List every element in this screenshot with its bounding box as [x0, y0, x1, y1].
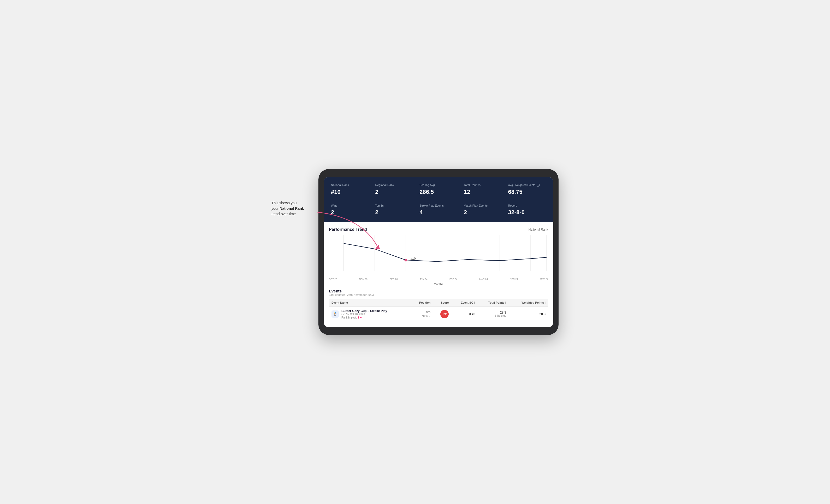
- chart-title: Performance Trend: [329, 227, 367, 232]
- info-icon: i: [537, 183, 540, 187]
- table-row: 🏌️ Buster Cozy Cup – Stroke Play Oct 9 -…: [329, 306, 548, 322]
- chart-svg: #10: [329, 235, 548, 277]
- annotation: This shows you your National Rank trend …: [272, 200, 324, 217]
- event-rank-impact: Rank Impact: 3 ▼: [341, 316, 387, 319]
- score-badge: -22: [440, 310, 449, 318]
- svg-text:#10: #10: [410, 257, 416, 260]
- stat-stroke-play-events: Stroke Play Events 4: [416, 202, 461, 218]
- events-table-header: Event Name Position Score Event SG i: [329, 299, 548, 306]
- stat-match-play-events: Match Play Events 2: [461, 202, 505, 218]
- stat-national-rank: National Rank #10: [328, 181, 372, 197]
- col-score: Score: [433, 299, 451, 306]
- stat-record: Record 32-8-0: [505, 202, 549, 218]
- tablet-screen: National Rank #10 Regional Rank 2 Scorin…: [324, 177, 553, 327]
- events-last-updated: Last updated: 24th November 2023: [329, 293, 548, 296]
- stat-scoring-avg: Scoring Avg. 286.5: [416, 181, 461, 197]
- events-section: Events Last updated: 24th November 2023 …: [324, 289, 553, 327]
- event-position-cell: 6th out of 7: [411, 306, 433, 322]
- col-position: Position: [411, 299, 433, 306]
- tablet-frame: National Rank #10 Regional Rank 2 Scorin…: [318, 169, 558, 335]
- event-score-cell: -22: [433, 306, 451, 322]
- chart-rank-label: National Rank: [529, 228, 548, 231]
- event-name: Buster Cozy Cup – Stroke Play: [341, 309, 387, 313]
- col-event-sg: Event SG i: [451, 299, 478, 306]
- col-event-name: Event Name: [329, 299, 411, 306]
- weighted-points-cell: 28.3: [509, 306, 548, 322]
- events-table: Event Name Position Score Event SG i: [329, 299, 548, 322]
- info-icon-sg: i: [474, 301, 475, 304]
- events-title: Events: [329, 289, 548, 293]
- stat-regional-rank: Regional Rank 2: [372, 181, 417, 197]
- info-icon-wp: i: [545, 301, 545, 304]
- chart-area: #10: [329, 235, 548, 277]
- stat-total-rounds: Total Rounds 12: [461, 181, 505, 197]
- info-icon-tp: i: [505, 301, 506, 304]
- performance-trend-section: Performance Trend National Rank: [324, 222, 553, 289]
- event-name-cell: 🏌️ Buster Cozy Cup – Stroke Play Oct 9 -…: [329, 306, 411, 322]
- stats-row-1: National Rank #10 Regional Rank 2 Scorin…: [324, 177, 553, 201]
- svg-point-9: [404, 259, 407, 261]
- chart-x-axis-title: Months: [329, 281, 548, 289]
- chart-x-labels: OCT 23 NOV 23 DEC 23 JAN 24 FEB 24 MAR 2…: [329, 277, 548, 281]
- stat-top3s: Top 3s 2: [372, 202, 417, 218]
- total-points-cell: 28.3 3 Rounds: [478, 306, 509, 322]
- col-total-points: Total Points i: [478, 299, 509, 306]
- stat-wins: Wins 2: [328, 202, 372, 218]
- chart-header: Performance Trend National Rank: [329, 227, 548, 232]
- stats-row-2: Wins 2 Top 3s 2 Stroke Play Events 4 Mat…: [324, 202, 553, 222]
- event-icon: 🏌️: [331, 310, 339, 318]
- event-sg-cell: 0.45: [451, 306, 478, 322]
- col-weighted-points: Weighted Points i: [509, 299, 548, 306]
- event-date: Oct 9 - Oct 10, 2023: [341, 313, 387, 316]
- stat-avg-weighted-points: Avg. Weighted Points i 68.75: [505, 181, 549, 197]
